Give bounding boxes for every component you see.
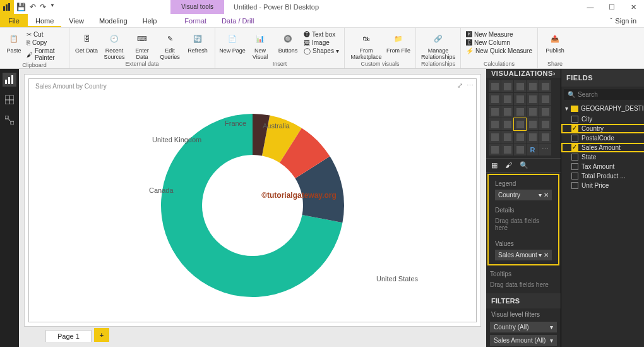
fields-header[interactable]: FIELDS› [561,69,644,87]
filter-country[interactable]: Country (All)▾ [490,322,557,332]
svg-rect-23 [491,108,499,116]
fields-well-icon[interactable]: ▦ [491,161,498,169]
values-field-sales[interactable]: Sales Amount▾ ✕ [495,250,552,260]
viz-type-3[interactable] [527,80,539,92]
format-tab[interactable]: Format [177,14,214,27]
cut-button[interactable]: ✂ Cut [25,30,65,39]
viz-type-29[interactable]: ⋯ [539,143,551,155]
field-city[interactable]: City [561,114,644,124]
viz-type-20[interactable] [489,131,501,143]
viz-type-6[interactable] [501,93,513,105]
refresh-button[interactable]: 🔄Refresh [184,29,211,54]
viz-type-9[interactable] [539,93,551,105]
new-quick-measure-button[interactable]: ⚡ New Quick Measure [465,47,534,55]
viz-type-14[interactable] [539,106,551,118]
viz-type-11[interactable] [501,106,513,118]
focus-mode-icon[interactable]: ⤢ [457,82,463,90]
viz-type-10[interactable] [489,106,501,118]
modeling-tab[interactable]: Modeling [92,14,135,27]
field-sales-amount[interactable]: Sales Amount [561,143,644,152]
viz-type-25[interactable] [489,143,501,155]
viz-type-22[interactable] [514,131,526,143]
datadrill-tab[interactable]: Data / Drill [214,14,261,27]
legend-field-country[interactable]: Country▾ ✕ [495,190,552,200]
viz-type-19[interactable] [539,118,551,130]
minimize-button[interactable]: — [580,0,601,14]
viz-type-7[interactable] [514,93,526,105]
field-tax-amount[interactable]: Tax Amount [561,162,644,171]
file-tab[interactable]: File [0,14,28,27]
viz-type-23[interactable] [527,131,539,143]
report-canvas[interactable]: Sales Amount by Country ⤢ ⋯ United State… [24,74,481,327]
viz-type-2[interactable] [514,80,526,92]
viz-type-28[interactable]: R [527,143,539,155]
viz-type-17[interactable] [514,118,526,130]
field-unit-price[interactable]: Unit Price [561,181,644,190]
new-column-button[interactable]: 🅲 New Column [465,39,534,47]
analytics-icon[interactable]: 🔍 [520,161,528,169]
viz-type-24[interactable] [539,131,551,143]
filters-header[interactable]: FILTERS [486,293,561,308]
viz-type-18[interactable] [527,118,539,130]
field-country[interactable]: Country [561,124,644,133]
filter-sales[interactable]: Sales Amount (All)▾ [490,335,557,346]
viz-type-0[interactable] [489,80,501,92]
add-page-button[interactable]: + [94,328,109,342]
from-file-button[interactable]: 📁From File [385,29,412,54]
visual-options-icon[interactable]: ⋯ [467,82,474,90]
format-painter-button[interactable]: 🖌 Format Painter [25,47,65,62]
buttons-button[interactable]: 🔘Buttons [275,29,301,54]
viz-type-8[interactable] [527,93,539,105]
from-marketplace-button[interactable]: 🛍From Marketplace [349,29,384,60]
viz-type-1[interactable] [501,80,513,92]
redo-icon[interactable]: ↷ [40,3,46,11]
manage-relationships-button[interactable]: 🔗Manage Relationships [420,29,456,60]
publish-button[interactable]: 📤Publish [542,29,568,54]
shapes-button[interactable]: ◯ Shapes ▾ [302,47,340,55]
paste-button[interactable]: 📋Paste [4,29,24,54]
collapse-ribbon-icon[interactable]: ˇ [610,14,612,28]
home-tab[interactable]: Home [28,14,61,27]
report-view-icon[interactable] [3,73,16,87]
view-tab[interactable]: View [61,14,92,27]
recent-sources-button[interactable]: 🕘Recent Sources [101,29,128,60]
viz-type-15[interactable] [489,118,501,130]
image-button[interactable]: 🖼 Image [302,39,340,47]
save-icon[interactable]: 💾 [16,3,26,11]
copy-button[interactable]: ⎘ Copy [25,39,65,47]
edit-queries-button[interactable]: ✎Edit Queries [157,29,183,60]
format-icon[interactable]: 🖌 [505,161,512,169]
undo-icon[interactable]: ↶ [30,3,36,11]
new-page-button[interactable]: 📄New Page [219,29,246,54]
viz-type-12[interactable] [514,106,526,118]
help-tab[interactable]: Help [135,14,165,27]
visualizations-header[interactable]: VISUALIZATIONS› [486,69,561,78]
viz-type-5[interactable] [489,93,501,105]
get-data-button[interactable]: 🗄Get Data [73,29,100,54]
field-postalcode[interactable]: PostalCode [561,133,644,143]
model-view-icon[interactable] [3,113,16,127]
qat-dropdown-icon[interactable]: ▼ [50,3,55,11]
viz-type-27[interactable] [514,143,526,155]
close-button[interactable]: ✕ [623,0,644,14]
data-view-icon[interactable] [3,93,16,107]
viz-type-26[interactable] [501,143,513,155]
viz-type-16[interactable] [501,118,513,130]
sign-in-link[interactable]: Sign in [615,14,636,28]
viz-type-21[interactable] [501,131,513,143]
field-total-product[interactable]: Total Product ... [561,171,644,181]
page-tab-1[interactable]: Page 1 [45,330,92,342]
table-header[interactable]: ▾ GEOGRAPHY_DESTI... [561,102,644,114]
details-placeholder[interactable]: Drag data fields here [495,215,552,234]
maximize-button[interactable]: ☐ [601,0,623,14]
viz-type-4[interactable] [539,80,551,92]
field-state[interactable]: State [561,152,644,162]
new-visual-button[interactable]: 📊New Visual [247,29,273,60]
fields-search[interactable]: 🔍 Search [564,89,644,100]
viz-type-13[interactable] [527,106,539,118]
tooltips-placeholder[interactable]: Drag data fields here [490,279,557,291]
textbox-button[interactable]: 🅣 Text box [302,30,340,39]
donut-chart-visual[interactable]: Sales Amount by Country ⤢ ⋯ United State… [28,78,477,322]
new-measure-button[interactable]: 🅼 New Measure [465,30,534,39]
enter-data-button[interactable]: ⌨Enter Data [129,29,155,60]
